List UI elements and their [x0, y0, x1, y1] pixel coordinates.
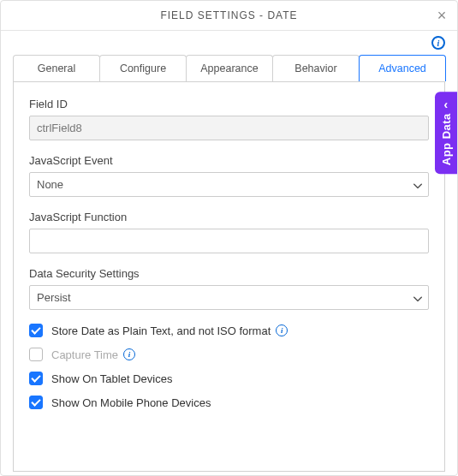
chevron-left-icon: ‹: [443, 98, 448, 111]
js-function-input[interactable]: [29, 229, 429, 253]
tab-advanced[interactable]: Advanced: [359, 55, 446, 81]
header-info-row: i: [1, 31, 457, 50]
js-function-group: JavaScript Function: [29, 211, 429, 253]
checkbox-label: Capture Time: [51, 348, 118, 361]
info-icon[interactable]: i: [276, 324, 288, 336]
data-security-select[interactable]: Persist: [29, 285, 429, 310]
close-button[interactable]: ×: [433, 7, 450, 24]
checkbox-show-tablet: Show On Tablet Devices: [29, 372, 429, 385]
checkbox-input[interactable]: [29, 396, 43, 409]
checkbox-input[interactable]: [29, 324, 43, 337]
tab-bar: General Configure Appearance Behavior Ad…: [13, 55, 445, 81]
data-security-select-wrap: Persist: [29, 285, 429, 310]
data-security-label: Data Security Settings: [29, 267, 429, 280]
tab-appearance[interactable]: Appearance: [186, 55, 273, 81]
checkbox-label: Show On Mobile Phone Devices: [51, 396, 211, 409]
side-tab-label: App Data: [440, 113, 453, 165]
js-event-select-wrap: None: [29, 172, 429, 197]
tab-label: General: [38, 62, 75, 74]
side-tab-app-data[interactable]: App Data ‹: [435, 92, 457, 174]
dialog-title: FIELD SETTINGS - DATE: [160, 9, 297, 21]
js-event-group: JavaScript Event None: [29, 154, 429, 197]
tab-behavior[interactable]: Behavior: [272, 55, 360, 81]
checkbox-label: Store Date as Plain Text, and not ISO fo…: [51, 324, 271, 337]
data-security-group: Data Security Settings Persist: [29, 267, 429, 310]
tab-configure[interactable]: Configure: [99, 55, 187, 81]
checkbox-capture-time: Capture Time i: [29, 348, 429, 361]
checkbox-show-mobile: Show On Mobile Phone Devices: [29, 396, 429, 409]
checkbox-store-plain-text: Store Date as Plain Text, and not ISO fo…: [29, 324, 429, 337]
js-event-label: JavaScript Event: [29, 154, 429, 167]
js-event-select[interactable]: None: [29, 172, 429, 197]
dialog-header: FIELD SETTINGS - DATE ×: [1, 1, 457, 31]
checkbox-input[interactable]: [29, 372, 43, 385]
field-settings-dialog: FIELD SETTINGS - DATE × i General Config…: [0, 0, 458, 476]
field-id-label: Field ID: [29, 98, 429, 110]
checkbox-input[interactable]: [29, 348, 43, 361]
tab-general[interactable]: General: [13, 55, 100, 81]
field-id-input[interactable]: [29, 116, 429, 140]
info-icon[interactable]: i: [431, 36, 445, 50]
tab-panel-advanced: Field ID JavaScript Event None JavaScrip…: [13, 81, 445, 472]
info-icon[interactable]: i: [123, 348, 135, 360]
field-id-group: Field ID: [29, 98, 429, 140]
tab-label: Advanced: [378, 62, 426, 74]
tab-label: Behavior: [294, 62, 336, 74]
js-function-label: JavaScript Function: [29, 211, 429, 223]
checkbox-label: Show On Tablet Devices: [51, 372, 172, 385]
close-icon: ×: [437, 8, 447, 23]
tab-label: Appearance: [200, 62, 258, 74]
tab-label: Configure: [120, 62, 166, 74]
